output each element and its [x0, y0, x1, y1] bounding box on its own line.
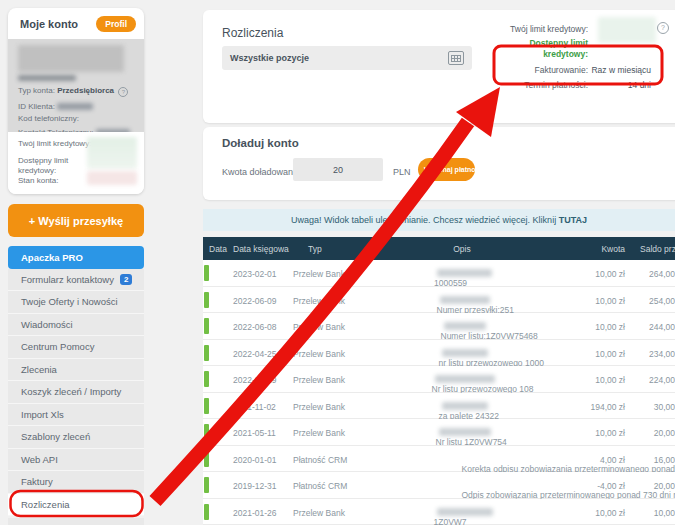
redacted-description	[437, 508, 493, 516]
redacted-client-id	[57, 103, 93, 110]
account-type-line: Typ konta: Przedsiębiorca ?	[18, 86, 134, 97]
sidebar-item-centrum-pomocy[interactable]: Centrum Pomocy	[8, 336, 144, 359]
cell-saldo: 264,00	[630, 269, 675, 279]
invoicing-label: Fakturowanie:	[535, 65, 588, 75]
menu-item-label: Web API	[21, 454, 58, 465]
account-title: Moje konto	[20, 18, 78, 30]
account-type-label: Typ konta:	[18, 86, 55, 95]
cell-book-date: 2023-02-01	[233, 269, 276, 279]
menu-item-label: Koszyk zleceń / Importy	[21, 386, 121, 397]
cell-book-date: 2020-01-01	[233, 455, 276, 465]
redacted-description	[437, 269, 492, 277]
filter-selected-value: Wszystkie pozycje	[230, 53, 448, 63]
table-row: 2021-05-11 Przelew Bank Nr listu 1Z0VW75…	[203, 419, 675, 446]
cell-amount: 10,00 zł	[558, 508, 625, 518]
topup-panel: Doładuj konto Kwota doładowania PLN Wyko…	[203, 127, 675, 200]
menu-item-label: Faktury	[21, 476, 53, 487]
col-data: Data	[209, 244, 227, 254]
help-icon[interactable]: ?	[118, 87, 128, 97]
topup-title: Doładuj konto	[222, 137, 299, 149]
sidebar-item-zlecenia[interactable]: Zlecenia	[8, 359, 144, 382]
redacted-account-name	[18, 45, 124, 72]
cell-book-date: 2019-12-31	[233, 481, 276, 491]
redacted-description	[439, 428, 491, 436]
account-type-value: Przedsiębiorca	[57, 86, 114, 95]
help-icon[interactable]: ?	[657, 22, 669, 34]
available-limit-label: Dostępny limit kredytowy:	[518, 38, 588, 60]
sidebar-item-import-xls[interactable]: Import Xls	[8, 404, 144, 427]
cell-saldo: 30,00	[630, 402, 675, 412]
profile-button[interactable]: Profil	[96, 16, 136, 32]
table-header: Data Data księgowa Typ Opis Kwota Saldo …	[203, 237, 675, 260]
table-change-notice: Uwaga! Widok tabeli uległ zmianie. Chces…	[203, 209, 675, 231]
menu-item-label: Twoje Oferty i Nowości	[21, 296, 118, 307]
redacted-description	[435, 375, 495, 383]
phone-code-line: Kod telefoniczny:	[18, 114, 134, 124]
settlements-table: 2023-02-01 Przelew Bank 1000559 10,00 zł…	[203, 260, 675, 525]
menu-item-label: Import Xls	[21, 409, 64, 420]
sidebar-item-koszyk-zlece-importy[interactable]: Koszyk zleceń / Importy	[8, 381, 144, 404]
sidebar-item-rozliczenia[interactable]: Rozliczenia	[8, 494, 144, 517]
table-row: 2019-12-31 Płatność CRM Odpis zobowiązan…	[203, 472, 675, 499]
redacted-account-address	[18, 75, 76, 81]
cell-saldo: 254,00	[630, 296, 675, 306]
credit-limit-label: Twój limit kredytowy:	[510, 24, 588, 34]
table-row: 2022-04-25 Przelew Bank nr listu przewoz…	[203, 340, 675, 367]
positions-filter-select[interactable]: Wszystkie pozycje	[222, 46, 472, 70]
topup-amount-label: Kwota doładowania	[222, 167, 300, 177]
redacted-description	[442, 402, 488, 410]
table-row: 2021-11-02 Przelew Bank za palete 24322 …	[203, 393, 675, 420]
row-status-bar	[204, 451, 209, 467]
cell-amount: 10,00 zł	[558, 375, 625, 385]
menu-item-label: Formularz kontaktowy	[21, 274, 114, 285]
row-status-bar	[204, 265, 209, 281]
sidebar-item-faktury[interactable]: Faktury	[8, 471, 144, 494]
cell-amount: 10,00 zł	[558, 322, 625, 332]
cell-saldo: 20,00	[630, 481, 675, 491]
invoicing-value: Raz w miesiącu	[591, 65, 651, 75]
topup-amount-input[interactable]	[293, 158, 383, 181]
sidebar-item-szablony-zlece[interactable]: Szablony zleceń	[8, 426, 144, 449]
sidebar-item-wiadomo-ci[interactable]: Wiadomości	[8, 314, 144, 337]
col-description: Opis	[403, 244, 521, 254]
account-details: Typ konta: Przedsiębiorca ? ID Klienta: …	[8, 39, 144, 132]
cell-amount: 10,00 zł	[558, 428, 625, 438]
redacted-credit-limit-value	[598, 17, 656, 43]
sidebar-item-twoje-oferty-i-nowo-ci[interactable]: Twoje Oferty i Nowości	[8, 291, 144, 314]
table-row: 2020-01-01 Płatność CRM Korekta odpisu z…	[203, 446, 675, 473]
redacted-balance-value	[87, 171, 137, 185]
account-card: Moje konto Profil Typ konta: Przedsiębio…	[8, 8, 144, 194]
table-row: 2022-03-29 Przelew Bank Nr listu przewoz…	[203, 366, 675, 393]
sidebar-item-formularz-kontaktowy[interactable]: Formularz kontaktowy2	[8, 269, 144, 292]
send-parcel-button[interactable]: + Wyślij przesyłkę	[8, 204, 144, 237]
cell-saldo: 234,00	[630, 349, 675, 359]
col-book-date: Data księgowa	[233, 244, 289, 254]
row-status-bar	[204, 345, 209, 361]
menu-item-label: Apaczka PRO	[21, 252, 83, 263]
redacted-credit-values	[87, 137, 137, 169]
cell-book-date: 2022-06-09	[233, 296, 276, 306]
cell-amount: 10,00 zł	[558, 349, 625, 359]
sidebar-item-web-api[interactable]: Web API	[8, 449, 144, 472]
client-id-label: ID Klienta:	[18, 102, 55, 111]
cell-saldo: 20,00	[630, 428, 675, 438]
menu-item-label: Wiadomości	[21, 319, 73, 330]
payment-term-value: 14 dni	[628, 80, 651, 90]
row-status-bar	[204, 292, 209, 308]
balance-label: Stan konta:	[18, 176, 96, 186]
phone-code-label: Kod telefoniczny:	[18, 114, 79, 123]
menu-item-label: Szablony zleceń	[21, 431, 90, 442]
cell-book-date: 2022-06-08	[233, 322, 276, 332]
notice-link[interactable]: TUTAJ	[559, 215, 587, 225]
pay-button[interactable]: Wykonaj płatność	[418, 158, 475, 181]
page-title: Rozliczenia	[222, 26, 283, 40]
col-amount: Kwota	[565, 244, 625, 254]
calendar-icon[interactable]	[448, 51, 464, 65]
available-limit-label: Dostępny limit kredytowy:	[18, 156, 96, 176]
cell-saldo: 244,00	[630, 322, 675, 332]
row-status-bar	[204, 424, 209, 440]
cell-book-date: 2021-01-26	[233, 508, 276, 518]
apaczka-pro-app: Moje konto Profil Typ konta: Przedsiębio…	[0, 0, 675, 525]
cell-amount: 194,00 zł	[558, 402, 625, 412]
sidebar-item-apaczka-pro[interactable]: Apaczka PRO	[8, 246, 144, 269]
